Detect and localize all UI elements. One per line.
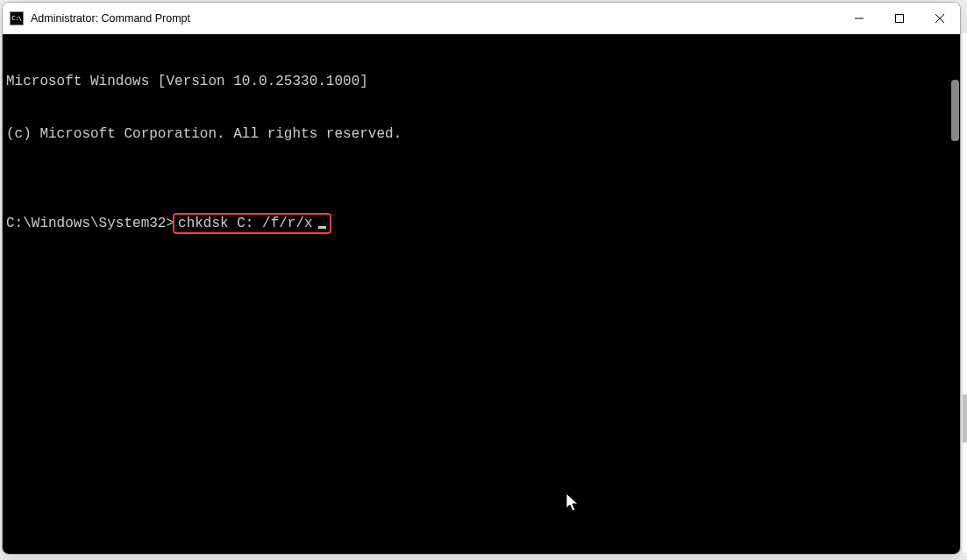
page-scrollbar-thumb[interactable] <box>963 394 967 443</box>
close-button[interactable] <box>920 3 960 34</box>
terminal-area[interactable]: Microsoft Windows [Version 10.0.25330.10… <box>3 34 960 554</box>
close-icon <box>935 14 944 23</box>
command-text: chkdsk C: /f/r/x <box>178 215 313 232</box>
terminal-scrollbar[interactable] <box>951 80 959 141</box>
command-prompt-window: C:\ Administrator: Command Prompt Micros… <box>2 2 961 555</box>
terminal-prompt-line: C:\Windows\System32>chkdsk C: /f/r/x <box>6 213 960 234</box>
minimize-icon <box>855 14 864 23</box>
window-controls <box>839 3 960 34</box>
terminal-output-line: Microsoft Windows [Version 10.0.25330.10… <box>6 73 960 90</box>
text-cursor <box>318 226 326 229</box>
svg-rect-1 <box>896 15 904 23</box>
titlebar[interactable]: C:\ Administrator: Command Prompt <box>3 3 960 34</box>
terminal-output-line: (c) Microsoft Corporation. All rights re… <box>6 125 960 143</box>
cmd-icon: C:\ <box>10 11 24 25</box>
maximize-button[interactable] <box>879 3 920 34</box>
prompt-path: C:\Windows\System32> <box>6 215 174 232</box>
page-scrollbar-track <box>963 33 967 553</box>
window-title: Administrator: Command Prompt <box>31 12 839 25</box>
maximize-icon <box>895 14 904 23</box>
minimize-button[interactable] <box>839 3 879 34</box>
command-highlight: chkdsk C: /f/r/x <box>173 213 331 234</box>
